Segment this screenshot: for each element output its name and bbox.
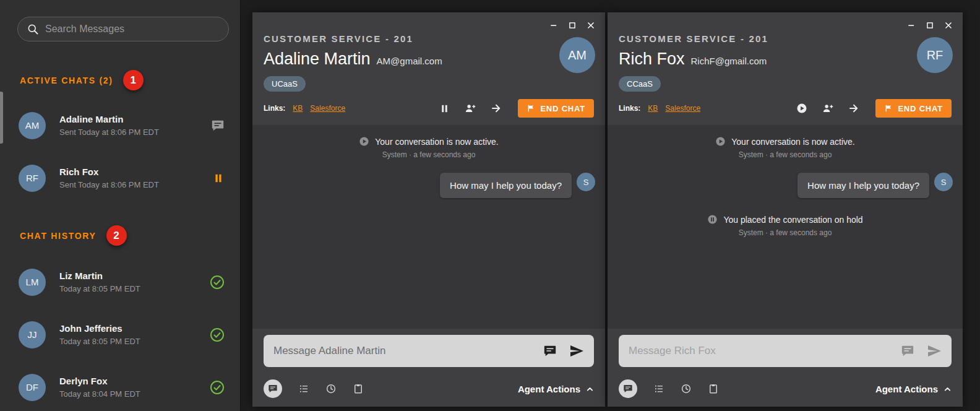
chat-item-name: John Jefferies [59, 323, 140, 334]
chat-tab-icon[interactable] [619, 379, 637, 398]
details-list-icon[interactable] [653, 383, 664, 394]
message-area: Your conversation is now active. System … [608, 125, 963, 329]
agent-actions-button[interactable]: Agent Actions [518, 384, 594, 394]
chat-lists: ACTIVE CHATS (2) 1 AM Adaline Martin Sen… [0, 59, 241, 411]
chat-item-time: Sent Today at 8:06 PM EDT [59, 180, 159, 189]
message-icon [211, 119, 225, 132]
salesforce-link[interactable]: Salesforce [665, 104, 700, 113]
completed-check-icon [210, 327, 225, 342]
contact-name: Rich Fox [619, 50, 685, 69]
close-icon[interactable] [944, 21, 953, 30]
composer-icons [543, 344, 584, 358]
window-header: CUSTOMER SERVICE - 201 Adaline Martin AM… [252, 31, 605, 125]
add-participant-icon[interactable] [822, 103, 833, 114]
composer-area [608, 329, 963, 371]
system-message-meta: System · a few seconds ago [262, 150, 595, 159]
system-message-text: You placed the conversation on hold [723, 215, 862, 225]
contact-email: RichF@gmail.com [691, 56, 767, 66]
agent-message-row: How may I help you today? S [262, 173, 595, 198]
message-input[interactable] [273, 345, 543, 357]
system-message-meta: System · a few seconds ago [617, 150, 953, 159]
end-flag-icon [527, 104, 535, 113]
message-input[interactable] [629, 345, 901, 357]
active-chats-section-header: ACTIVE CHATS (2) 1 [20, 70, 241, 90]
history-item-john-jefferies[interactable]: JJ John Jefferies Today at 8:05 PM EDT [0, 308, 241, 361]
composer-icons [901, 344, 942, 358]
chat-item-name: Derlyn Fox [59, 376, 140, 386]
chat-toolbar: END CHAT [796, 99, 952, 118]
chat-item-rich-fox[interactable]: RF Rich Fox Sent Today at 8:06 PM EDT [0, 152, 241, 204]
chat-item-name: Liz Martin [59, 270, 140, 281]
window-footer: Agent Actions [252, 371, 605, 407]
salesforce-link[interactable]: Salesforce [310, 104, 345, 113]
maximize-icon[interactable] [568, 21, 577, 30]
send-icon[interactable] [569, 344, 584, 358]
annotation-badge-1: 1 [123, 70, 144, 90]
system-message-active: Your conversation is now active. [617, 136, 953, 147]
agent-avatar: S [934, 173, 953, 191]
send-icon[interactable] [927, 344, 942, 358]
contact-name-row: Adaline Martin AM@gmail.com [264, 50, 594, 69]
system-message-active: Your conversation is now active. [262, 136, 595, 147]
end-flag-icon [884, 104, 893, 113]
avatar: JJ [19, 321, 46, 348]
annotation-badge-2: 2 [106, 225, 127, 246]
notes-clipboard-icon[interactable] [353, 383, 364, 394]
chat-item-name: Rich Fox [59, 167, 159, 177]
chat-item-time: Sent Today at 8:06 PM EDT [59, 128, 159, 137]
chat-item-text: Adaline Martin Sent Today at 8:06 PM EDT [59, 114, 159, 137]
chat-tab-icon[interactable] [264, 379, 282, 398]
hold-pause-icon[interactable] [439, 103, 450, 114]
chat-item-adaline-martin[interactable]: AM Adaline Martin Sent Today at 8:06 PM … [0, 99, 241, 152]
sidebar: ACTIVE CHATS (2) 1 AM Adaline Martin Sen… [0, 0, 241, 411]
active-chats-title: ACTIVE CHATS (2) [20, 76, 113, 85]
add-participant-icon[interactable] [465, 103, 476, 114]
chevron-up-icon [586, 385, 594, 393]
window-header: CUSTOMER SERVICE - 201 Rich Fox RichF@gm… [608, 31, 963, 125]
links-label: Links: [619, 104, 640, 113]
transfer-forward-icon[interactable] [848, 103, 859, 114]
history-clock-icon[interactable] [325, 383, 337, 394]
agent-message-row: How may I help you today? S [617, 173, 953, 198]
close-icon[interactable] [587, 21, 595, 30]
contact-name: Adaline Martin [264, 50, 371, 69]
history-clock-icon[interactable] [681, 383, 692, 394]
search-icon [27, 23, 39, 35]
transfer-forward-icon[interactable] [491, 103, 502, 114]
history-item-liz-martin[interactable]: LM Liz Martin Today at 8:05 PM EDT [0, 256, 241, 308]
agent-actions-button[interactable]: Agent Actions [875, 384, 952, 394]
active-play-icon [715, 136, 726, 147]
links-toolbar-row: Links: KB Salesforce [264, 99, 594, 125]
app-root: ACTIVE CHATS (2) 1 AM Adaline Martin Sen… [0, 0, 980, 411]
chat-window-adaline-martin: CUSTOMER SERVICE - 201 Adaline Martin AM… [252, 12, 605, 407]
notes-clipboard-icon[interactable] [708, 383, 719, 394]
minimize-icon[interactable] [907, 21, 916, 30]
end-chat-button[interactable]: END CHAT [518, 99, 594, 118]
chat-history-title: CHAT HISTORY [20, 231, 97, 241]
avatar: DF [19, 374, 46, 401]
kb-link[interactable]: KB [648, 104, 658, 113]
maximize-icon[interactable] [926, 21, 934, 30]
queue-tag: CCaaS [619, 76, 661, 92]
minimize-icon[interactable] [549, 21, 558, 30]
chat-history-section-header: CHAT HISTORY 2 [20, 225, 241, 246]
contact-email: AM@gmail.com [377, 56, 442, 66]
composer-area [252, 329, 605, 371]
canned-response-icon[interactable] [543, 344, 557, 358]
history-item-derlyn-fox[interactable]: DF Derlyn Fox Today at 8:04 PM EDT [0, 361, 241, 411]
composer-box[interactable] [264, 335, 594, 367]
chat-item-text: John Jefferies Today at 8:05 PM EDT [59, 323, 140, 346]
search-box[interactable] [17, 17, 229, 41]
chat-history-list: LM Liz Martin Today at 8:05 PM EDT JJ Jo… [0, 256, 241, 411]
details-list-icon[interactable] [298, 383, 309, 394]
avatar: AM [19, 112, 46, 139]
search-input[interactable] [45, 24, 220, 35]
composer-box[interactable] [619, 335, 952, 367]
system-message-meta: System · a few seconds ago [617, 228, 953, 237]
canned-response-icon[interactable] [901, 344, 914, 358]
end-chat-button[interactable]: END CHAT [875, 99, 952, 118]
resume-play-icon[interactable] [796, 103, 807, 114]
end-chat-label: END CHAT [540, 104, 585, 113]
kb-link[interactable]: KB [293, 104, 303, 113]
avatar: LM [19, 269, 46, 296]
